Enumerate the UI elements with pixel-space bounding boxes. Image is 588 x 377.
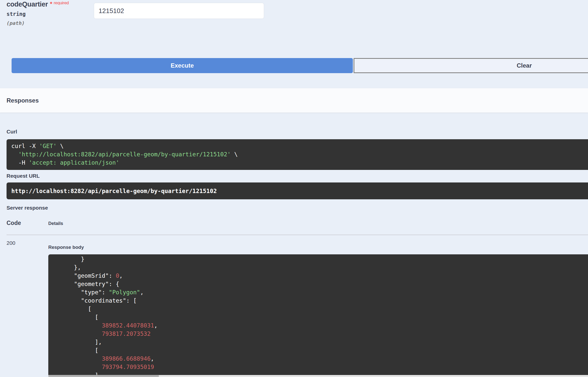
parameter-location-label: (path) (7, 20, 25, 26)
server-response-label: Server response (7, 205, 48, 211)
response-table-divider (7, 235, 588, 235)
parameter-value-input[interactable] (94, 3, 264, 19)
status-code-200: 200 (7, 240, 15, 246)
execute-button-label: Execute (171, 62, 194, 69)
request-url-block: http://localhost:8282/api/parcelle-geom/… (7, 182, 588, 199)
clear-button[interactable]: Clear (354, 58, 588, 73)
horizontal-scrollbar-track[interactable] (48, 375, 588, 377)
required-asterisk-icon: * (50, 1, 52, 7)
response-body-block[interactable]: } } }, "geomSrid": 0, "geometry": { "typ… (48, 254, 588, 375)
clear-button-label: Clear (517, 62, 532, 69)
curl-label: Curl (7, 129, 17, 135)
response-body-json: } } }, "geomSrid": 0, "geometry": { "typ… (53, 254, 588, 375)
horizontal-scrollbar-thumb[interactable] (48, 375, 159, 377)
parameter-type-label: string (7, 11, 26, 17)
required-label: required (54, 1, 69, 5)
details-column-header: Details (48, 221, 63, 226)
curl-command-block: curl -X 'GET' \ 'http://localhost:8282/a… (7, 139, 588, 170)
curl-command-text: curl -X 'GET' \ 'http://localhost:8282/a… (11, 142, 588, 167)
code-column-header: Code (7, 220, 21, 226)
responses-section-header (0, 88, 588, 113)
response-body-label: Response body (48, 245, 84, 250)
execute-button[interactable]: Execute (12, 58, 353, 73)
parameter-name-label: codeQuartier*required (7, 1, 69, 8)
parameter-name-text: codeQuartier (7, 1, 48, 8)
request-url-value: http://localhost:8282/api/parcelle-geom/… (11, 188, 217, 194)
responses-section-title: Responses (7, 97, 39, 104)
request-url-label: Request URL (7, 173, 40, 179)
